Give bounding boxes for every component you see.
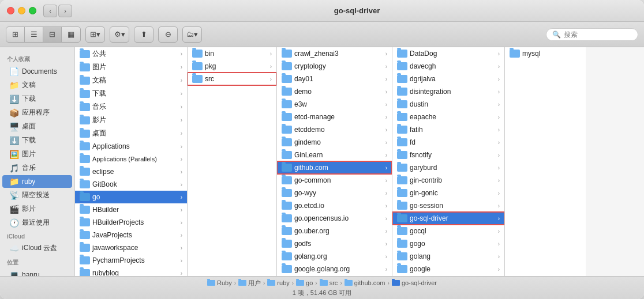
- file-row[interactable]: gogo›: [392, 237, 504, 250]
- sidebar-item-下载[interactable]: ⬇️ 下载: [2, 92, 72, 105]
- file-row[interactable]: disintegration›: [392, 85, 504, 98]
- sidebar-item-影片[interactable]: 🎬 影片: [2, 202, 72, 215]
- file-row[interactable]: 图片›: [75, 60, 187, 74]
- file-row[interactable]: 桌面›: [75, 127, 187, 140]
- action-btn[interactable]: ⚙▾: [110, 27, 129, 42]
- file-row[interactable]: javaworkspace›: [75, 241, 187, 254]
- 文稿-icon: 📁: [9, 81, 18, 90]
- file-row[interactable]: go-wyy›: [277, 187, 392, 199]
- file-row[interactable]: 文稿›: [75, 74, 187, 87]
- file-row[interactable]: rubyblog›: [75, 267, 187, 276]
- file-row[interactable]: day01›: [277, 73, 392, 85]
- file-row-src[interactable]: src›: [188, 73, 276, 85]
- file-row[interactable]: godfs›: [277, 237, 392, 250]
- gallery-view-btn[interactable]: ▦: [62, 27, 80, 42]
- file-row[interactable]: pkg›: [188, 60, 276, 73]
- file-row[interactable]: 公共›: [75, 47, 187, 60]
- file-row[interactable]: HBuilder›: [75, 203, 187, 216]
- file-row[interactable]: etcddemo›: [277, 123, 392, 136]
- forward-button[interactable]: ›: [58, 5, 72, 17]
- sort-btn[interactable]: ⊞▾: [86, 27, 104, 42]
- file-row[interactable]: 影片›: [75, 113, 187, 127]
- breadcrumb-item[interactable]: src: [320, 279, 338, 286]
- file-row[interactable]: etcd-manage›: [277, 111, 392, 123]
- file-row[interactable]: dgrijalva›: [392, 73, 504, 85]
- fullscreen-button[interactable]: [29, 7, 36, 14]
- file-row[interactable]: fsnotify›: [392, 149, 504, 161]
- file-row[interactable]: golang›: [392, 250, 504, 263]
- file-row[interactable]: garyburd›: [392, 161, 504, 174]
- column-view-btn[interactable]: ⊟: [43, 27, 62, 42]
- close-button[interactable]: [7, 7, 14, 14]
- file-row[interactable]: gin-contrib›: [392, 174, 504, 187]
- sidebar-item-最近使用[interactable]: 🕐 最近使用: [2, 216, 72, 229]
- sidebar-item-label: 最近使用: [22, 218, 50, 228]
- sidebar-item-图片[interactable]: 🖼️ 图片: [2, 147, 72, 161]
- file-row[interactable]: cryptology›: [277, 60, 392, 73]
- breadcrumb-item[interactable]: ruby: [267, 279, 289, 286]
- path-btn[interactable]: 🗂▾: [183, 27, 201, 42]
- file-row[interactable]: go-common›: [277, 174, 392, 187]
- tag-btn[interactable]: ⊖: [159, 27, 177, 42]
- search-input[interactable]: [564, 31, 632, 39]
- share-btn[interactable]: ⬆: [134, 27, 153, 42]
- file-row[interactable]: GinLearn›: [277, 149, 392, 161]
- file-row[interactable]: JavaProjects›: [75, 229, 187, 241]
- file-row[interactable]: google.golang.org›: [277, 263, 392, 275]
- file-row[interactable]: 音乐›: [75, 100, 187, 113]
- file-row[interactable]: Applications (Parallels)›: [75, 153, 187, 165]
- file-row[interactable]: eclipse›: [75, 165, 187, 178]
- breadcrumb-folder-icon: [296, 280, 304, 286]
- file-row-go[interactable]: go›: [75, 191, 187, 203]
- file-row[interactable]: go.opencensus.io›: [277, 212, 392, 225]
- file-row[interactable]: GitBook›: [75, 178, 187, 191]
- file-row[interactable]: gindemo›: [277, 136, 392, 149]
- file-row-go-sql-driver[interactable]: go-sql-driver›: [392, 212, 504, 225]
- file-row[interactable]: DataDog›: [392, 47, 504, 60]
- file-row[interactable]: golang.org›: [277, 250, 392, 263]
- search-box[interactable]: 🔍: [546, 28, 638, 41]
- file-row[interactable]: Applications›: [75, 140, 187, 153]
- sidebar-item-文稿[interactable]: 📁 文稿: [2, 78, 72, 92]
- sidebar-item-ruby[interactable]: 📁 ruby: [2, 175, 72, 188]
- file-row[interactable]: go-session›: [392, 199, 504, 212]
- file-row[interactable]: google›: [392, 263, 504, 275]
- file-row[interactable]: dustin›: [392, 98, 504, 111]
- file-row[interactable]: PycharmProjects›: [75, 254, 187, 267]
- minimize-button[interactable]: [18, 7, 25, 14]
- file-row[interactable]: bin›: [188, 47, 276, 60]
- icon-view-btn[interactable]: ⊞: [6, 27, 25, 42]
- file-row[interactable]: go.etcd.io›: [277, 199, 392, 212]
- sidebar-item-documents[interactable]: 📄 Documents: [2, 65, 72, 78]
- breadcrumb-item[interactable]: github.com: [345, 279, 385, 286]
- sidebar-item-音乐[interactable]: 🎵 音乐: [2, 161, 72, 175]
- file-row[interactable]: fatih›: [392, 123, 504, 136]
- file-row-mysql[interactable]: mysql: [505, 47, 586, 60]
- file-row-github[interactable]: github.com›: [277, 161, 392, 174]
- sidebar-item-label: 下载: [22, 135, 36, 145]
- file-row[interactable]: gin-gonic›: [392, 187, 504, 199]
- file-row[interactable]: e3w›: [277, 98, 392, 111]
- sidebar-item-icloud[interactable]: ☁️ iCloud 云盘: [2, 241, 72, 255]
- sidebar-item-隔空投送[interactable]: 📡 隔空投送: [2, 188, 72, 202]
- list-view-btn[interactable]: ☰: [25, 27, 43, 42]
- file-row[interactable]: 下载›: [75, 87, 187, 100]
- file-row[interactable]: demo›: [277, 85, 392, 98]
- file-row[interactable]: davecgh›: [392, 60, 504, 73]
- sidebar-item-hanru[interactable]: 💻 hanru: [2, 268, 72, 276]
- icloud-section-label: iCloud: [0, 230, 74, 241]
- breadcrumb-item[interactable]: 用户: [238, 279, 261, 287]
- sidebar-item-桌面[interactable]: 🖥️ 桌面: [2, 120, 72, 133]
- sidebar-item-应用程序[interactable]: 📦 应用程序: [2, 106, 72, 119]
- back-button[interactable]: ‹: [43, 5, 57, 17]
- breadcrumb-item-selected[interactable]: go-sql-driver: [392, 279, 437, 286]
- breadcrumb-item[interactable]: go: [296, 279, 313, 286]
- file-row[interactable]: HBuilderProjects›: [75, 216, 187, 229]
- file-row[interactable]: go.uber.org›: [277, 225, 392, 237]
- file-row[interactable]: eapache›: [392, 111, 504, 123]
- file-row[interactable]: fd›: [392, 136, 504, 149]
- file-row[interactable]: gocql›: [392, 225, 504, 237]
- sidebar-item-下载2[interactable]: ⬇️ 下载: [2, 134, 72, 147]
- breadcrumb-item[interactable]: Ruby: [207, 279, 232, 286]
- file-row[interactable]: crawl_zhenai3›: [277, 47, 392, 60]
